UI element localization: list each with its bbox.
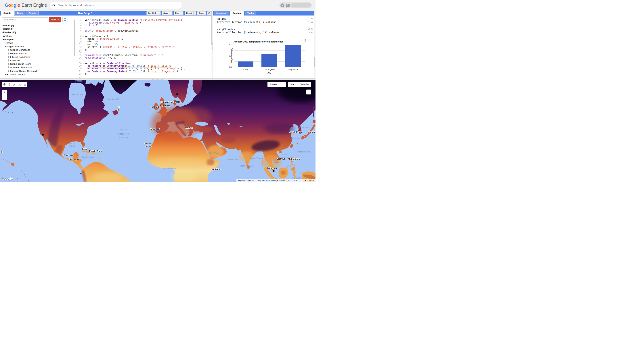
tab-console[interactable]: Console: [230, 11, 244, 16]
pan-hand-tool[interactable]: [2, 82, 7, 87]
reset-dropdown[interactable]: [193, 11, 196, 15]
json-link[interactable]: JSON: [308, 17, 313, 20]
refresh-button[interactable]: [62, 17, 68, 22]
tree-item-reader-40-[interactable]: ▸Reader (40): [0, 31, 76, 34]
tree-item-owner-9-[interactable]: ▸Owner (9): [0, 24, 76, 27]
line-number: 20: [76, 67, 83, 70]
tree-item-linear-fit[interactable]: Linear Fit: [0, 59, 76, 62]
script-title: New Script *: [78, 12, 145, 14]
fold-arrow-icon[interactable]: ▾: [83, 62, 84, 65]
feedback-icon[interactable]: !: [286, 4, 290, 7]
json-link[interactable]: JSON: [308, 28, 313, 31]
search-input[interactable]: [58, 4, 180, 7]
apps-button[interactable]: Apps: [197, 11, 206, 15]
tree-item-feature-collection[interactable]: ▸Feature Collection: [0, 73, 76, 75]
rectangle-tool[interactable]: [22, 82, 27, 87]
tree-item-filtered-composite[interactable]: Filtered Composite: [0, 55, 76, 59]
tab-assets[interactable]: Assets: [26, 11, 39, 15]
reset-button[interactable]: Reset: [184, 11, 193, 15]
tree-item-image-collection[interactable]: ▾Image Collection: [0, 45, 76, 48]
tree-item-examples[interactable]: ▾Examples: [0, 38, 76, 41]
map-canvas[interactable]: PassagesHudson BayLabrador SeaNorth Atla…: [0, 80, 315, 182]
save-dropdown[interactable]: [170, 11, 172, 15]
new-script-button[interactable]: NEW: [49, 17, 61, 22]
account-name-redacted[interactable]: [291, 3, 311, 8]
tree-item-landsat-simple-composite[interactable]: Landsat Simple Composite: [0, 69, 76, 72]
line-number: 5: [76, 27, 83, 30]
console-object-row[interactable]: ▸FeatureCollection (3 elements, 2 column…: [216, 20, 313, 24]
console-chart: January 2023 temperature for selected ci…: [216, 38, 313, 77]
tab-scripts[interactable]: Scripts: [1, 11, 14, 16]
code-text: Map.addLayer(jan2023Climate, visParams, …: [83, 54, 166, 56]
drawing-toolbar: [2, 82, 27, 87]
fold-arrow-icon[interactable]: ▾: [83, 36, 84, 38]
map-splitter[interactable]: [0, 78, 315, 80]
code-text: print('jan2023Climate', jan2023Climate);: [83, 30, 140, 32]
console-object-row[interactable]: ▸FeatureCollection (3 elements, 152 colu…: [216, 31, 313, 34]
run-button[interactable]: Run: [174, 11, 181, 15]
json-link[interactable]: JSON: [308, 21, 313, 24]
tree-item-label: Reader (40): [3, 31, 16, 34]
zoom-out-button[interactable]: −: [2, 95, 7, 100]
map-type-map[interactable]: Map: [288, 82, 298, 87]
script-file-icon: [8, 60, 9, 62]
open-chart-button[interactable]: [303, 39, 306, 42]
layers-button[interactable]: Layers: [268, 82, 286, 87]
tree-item-simple-cloud-score[interactable]: Simple Cloud Score: [0, 62, 76, 66]
account-area: ? !: [279, 2, 312, 8]
y-axis-title: Temperature (K): [230, 45, 233, 67]
console-scrollbar[interactable]: [314, 11, 315, 78]
search-bar[interactable]: [50, 2, 182, 9]
json-link[interactable]: JSON: [308, 32, 313, 34]
tree-item-expression-map[interactable]: Expression Map: [0, 52, 76, 55]
tree-item-label: Feature Collection: [7, 73, 25, 75]
console-print-label: cityClimatesJSON: [217, 28, 313, 31]
tab-docs[interactable]: Docs: [15, 11, 25, 15]
save-button[interactable]: Save: [162, 11, 170, 15]
fullscreen-button[interactable]: [306, 90, 311, 94]
code-line: 22]);: [76, 73, 212, 76]
scripts-scrollbar[interactable]: [74, 20, 75, 56]
get-link-button-group: Get Link: [146, 11, 161, 15]
polygon-tool[interactable]: [17, 82, 22, 87]
keyboard-shortcuts-link[interactable]: Keyboard shortcuts: [237, 179, 256, 182]
polygon-icon: [18, 83, 21, 86]
x-axis-tick-label: Singapore: [282, 68, 304, 70]
code-area[interactable]: 12var jan2023Climate = ee.ImageCollectio…: [76, 16, 212, 78]
tree-item-writer-9-[interactable]: ▸Writer (9): [0, 27, 76, 31]
point-marker-tool[interactable]: [7, 82, 12, 87]
disclosure-arrow-icon[interactable]: ▸: [216, 32, 216, 34]
tab-tasks[interactable]: Tasks: [245, 11, 256, 15]
get-link-dropdown[interactable]: [158, 11, 161, 15]
code-line: 17: [76, 59, 212, 62]
marker-icon: [8, 83, 11, 86]
line-number: 3: [76, 22, 83, 24]
code-line: 9 bands: ['temperature_2m'],: [76, 38, 212, 40]
scale-bar: [296, 180, 306, 181]
line-number: 21: [76, 70, 83, 73]
tree-item-image[interactable]: ▸Image: [0, 41, 76, 45]
run-dropdown[interactable]: [181, 11, 183, 15]
tree-item-archive[interactable]: ▸Archive: [0, 34, 76, 38]
code-line: 2var jan2023Climate = ee.ImageCollection…: [76, 19, 212, 22]
disclosure-arrow-icon[interactable]: ▸: [216, 22, 216, 23]
map-type-satellite[interactable]: Satellite: [298, 82, 311, 87]
code-editor-panel: New Script * Get LinkSaveRunResetApps ⚙ …: [76, 11, 212, 78]
tree-item-label: Linear Fit: [10, 59, 20, 62]
line-number: 6: [76, 30, 83, 32]
terms-link[interactable]: Terms: [307, 179, 315, 182]
zoom-in-button[interactable]: +: [2, 90, 7, 95]
code-line: 12 palette: ['#000004', '#410967', '#932…: [76, 46, 212, 48]
collapsed-arrow-icon: ▸: [1, 24, 3, 26]
polyline-tool[interactable]: [12, 82, 17, 87]
help-icon[interactable]: ?: [280, 4, 284, 7]
fullscreen-icon: [307, 91, 310, 93]
tree-item-label: Filtered Composite: [10, 56, 30, 58]
tab-inspector[interactable]: Inspector: [214, 11, 229, 15]
map-scale: 1000 km: [286, 179, 307, 182]
tree-item-animated-thumbnail[interactable]: Animated Thumbnail: [0, 66, 76, 69]
filter-scripts-input[interactable]: [2, 17, 48, 22]
get-link-button[interactable]: Get Link: [146, 11, 158, 15]
tree-item-clipped-composite[interactable]: Clipped Composite: [0, 48, 76, 52]
code-line: 10 min: 229,: [76, 40, 212, 43]
